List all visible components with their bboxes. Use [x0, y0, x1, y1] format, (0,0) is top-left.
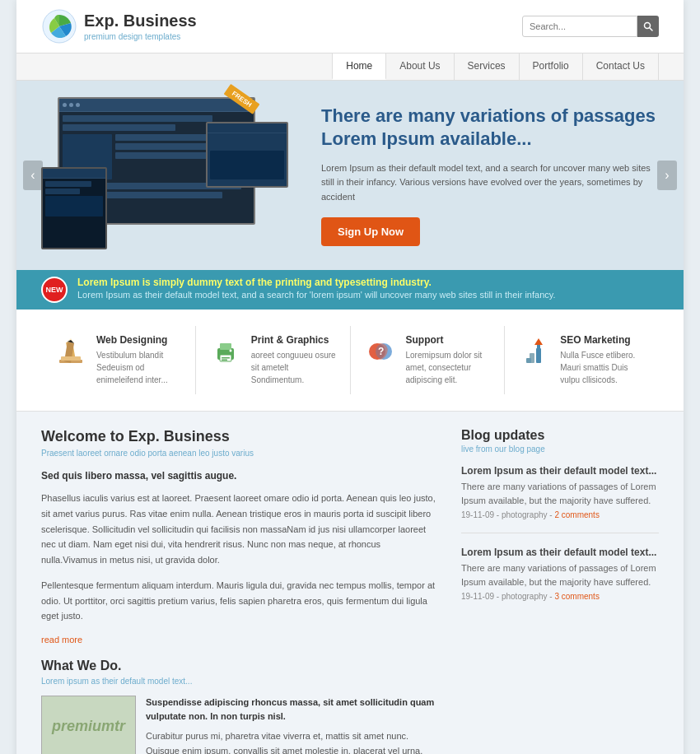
main-nav: Home About Us Services Portfolio Contact… [16, 54, 684, 81]
welcome-read-more[interactable]: read more [41, 635, 82, 645]
mockup-overlay-screen [206, 122, 288, 188]
what-we-do-bold-intro: Suspendisse adipiscing rhoncus massa, si… [146, 696, 436, 724]
svg-text:?: ? [378, 346, 384, 357]
print-desc: aoreet conguueu osure sit ametelt Sondim… [251, 349, 338, 386]
welcome-title: Welcome to Exp. Business [41, 428, 436, 445]
blog-post-1-category: photography [502, 510, 548, 519]
nav-about[interactable]: About Us [386, 54, 454, 80]
seo-icon [517, 334, 552, 369]
blog-post-2-title: Lorem Ipsum as their default model text.… [461, 547, 659, 558]
service-support: ? Support Loremipsum dolor sit amet, con… [351, 326, 506, 394]
blog-section: Blog updates live from our blog page Lor… [461, 428, 659, 614]
mockup-side-screen [41, 167, 107, 249]
ticker-badge: NEW [41, 277, 68, 303]
nav-home[interactable]: Home [332, 54, 386, 80]
nav-contact[interactable]: Contact Us [583, 54, 659, 80]
blog-post-2-category: photography [502, 592, 548, 601]
hero-mockup: FRESH [41, 97, 288, 254]
print-title: Print & Graphics [251, 334, 338, 346]
hero-title: There are many variations of passages Lo… [321, 105, 659, 151]
welcome-paragraph1: Phasellus iaculis varius est at laoreet.… [41, 491, 436, 567]
what-we-do-subtitle: Lorem ipsum as their default model text.… [41, 677, 436, 686]
support-icon: ? [363, 334, 398, 369]
premium-logo-text: premiumtr [52, 718, 125, 735]
svg-rect-10 [220, 343, 231, 350]
svg-marker-21 [534, 338, 543, 345]
hero-image-area: FRESH [41, 97, 296, 254]
hero-description: Lorem Ipsum as their default model text,… [321, 161, 659, 205]
seo-desc: Nulla Fusce etlibero. Mauri smattis Duis… [560, 349, 646, 386]
blog-post-1-date: 19-11-09 [461, 510, 494, 519]
support-text: Support Loremipsum dolor sit amet, conse… [406, 334, 492, 386]
what-we-do-description: Curabitur purus mi, pharetra vitae viver… [146, 729, 436, 754]
seo-text: SEO Marketing Nulla Fusce etlibero. Maur… [560, 334, 646, 386]
blog-post-1: Lorem Ipsum as their default model text.… [461, 465, 659, 533]
logo-text: Exp. Business premium design templates [84, 12, 197, 42]
what-we-do-title: What We Do. [41, 659, 436, 673]
what-we-do-section: What We Do. Lorem ipsum as their default… [41, 659, 436, 754]
search-area [522, 16, 659, 37]
blog-post-1-title: Lorem Ipsum as their default model text.… [461, 465, 659, 477]
what-we-do-text: Suspendisse adipiscing rhoncus massa, si… [146, 696, 436, 754]
welcome-section: Welcome to Exp. Business Praesent laoree… [41, 428, 436, 645]
welcome-bold-intro: Sed quis libero massa, vel sagittis augu… [41, 468, 436, 484]
svg-rect-19 [526, 358, 531, 363]
blog-post-2: Lorem Ipsum as their default model text.… [461, 547, 659, 614]
site-title: Exp. Business [84, 12, 197, 30]
print-icon [208, 334, 243, 369]
service-web-design: Web Designing Vestibulum blandit Sedeuis… [41, 326, 196, 394]
content-left: Welcome to Exp. Business Praesent laoree… [41, 428, 436, 754]
hero-content: There are many variations of passages Lo… [321, 105, 659, 247]
blog-post-2-date: 19-11-09 [461, 592, 494, 601]
nav-services[interactable]: Services [455, 54, 520, 80]
ticker-content: Lorem Ipsum is simply dummy text of the … [77, 277, 556, 300]
search-icon [643, 21, 653, 31]
signup-button[interactable]: Sign Up Now [321, 217, 420, 246]
blog-subtitle: live from our blog page [461, 444, 659, 454]
svg-rect-12 [222, 357, 230, 359]
seo-title: SEO Marketing [560, 334, 646, 346]
hero-section: ‹ FRESH [16, 81, 684, 270]
welcome-paragraph2: Pellentesque fermentum aliquam interdum.… [41, 578, 436, 624]
blog-post-1-desc: There are many variations of passages of… [461, 480, 659, 507]
ticker-subtitle: Lorem Ipsum as their default model text,… [77, 290, 556, 300]
web-design-desc: Vestibulum blandit Sedeuism od enimeleif… [96, 349, 183, 386]
search-button[interactable] [637, 16, 659, 37]
welcome-subtitle: Praesent laoreet ornare odio porta aenea… [41, 449, 436, 458]
svg-point-14 [229, 350, 231, 352]
web-design-icon [54, 334, 88, 369]
web-design-text: Web Designing Vestibulum blandit Sedeuis… [96, 334, 183, 386]
web-design-title: Web Designing [96, 334, 183, 346]
blog-post-2-meta: 19-11-09 - photography - 3 comments [461, 592, 659, 601]
logo-icon [41, 8, 77, 44]
service-print: Print & Graphics aoreet conguueu osure s… [196, 326, 351, 394]
svg-line-2 [650, 28, 653, 31]
blog-post-1-meta: 19-11-09 - photography - 2 comments [461, 510, 659, 519]
svg-rect-6 [61, 356, 81, 361]
print-text: Print & Graphics aoreet conguueu osure s… [251, 334, 338, 386]
svg-rect-13 [222, 360, 227, 361]
blog-post-2-desc: There are many variations of passages of… [461, 561, 659, 589]
search-input[interactable] [522, 16, 637, 37]
ticker-bar: NEW Lorem Ipsum is simply dummy text of … [16, 270, 684, 310]
ticker-title: Lorem Ipsum is simply dummy text of the … [77, 277, 556, 288]
nav-portfolio[interactable]: Portfolio [520, 54, 583, 80]
logo-area: Exp. Business premium design templates [41, 8, 197, 44]
hero-prev-button[interactable]: ‹ [23, 161, 43, 190]
what-we-do-image: premiumtr [41, 696, 136, 754]
svg-rect-22 [537, 345, 540, 348]
support-desc: Loremipsum dolor sit amet, consectetur a… [406, 349, 492, 386]
main-content: Welcome to Exp. Business Praesent laoree… [16, 412, 684, 754]
blog-title: Blog updates [461, 428, 659, 443]
blog-post-1-comments[interactable]: 2 comments [554, 510, 599, 519]
support-title: Support [406, 334, 492, 346]
site-tagline: premium design templates [84, 32, 180, 41]
svg-rect-20 [536, 348, 541, 363]
blog-post-2-comments[interactable]: 3 comments [554, 592, 599, 601]
hero-next-button[interactable]: › [657, 161, 677, 190]
what-we-do-inner: premiumtr Suspendisse adipiscing rhoncus… [41, 696, 436, 754]
services-section: Web Designing Vestibulum blandit Sedeuis… [16, 310, 684, 412]
service-seo: SEO Marketing Nulla Fusce etlibero. Maur… [505, 326, 659, 394]
blog-sidebar: Blog updates live from our blog page Lor… [461, 428, 659, 754]
